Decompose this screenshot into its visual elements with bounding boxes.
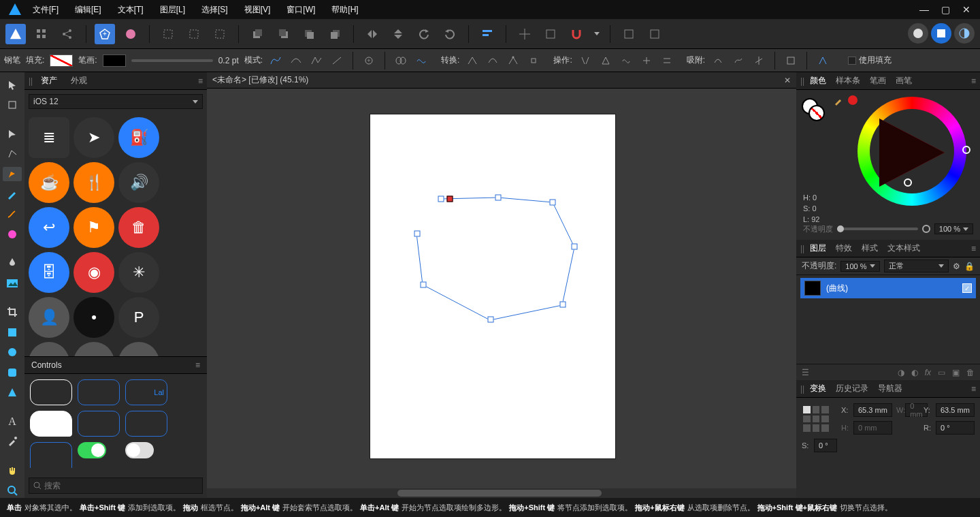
menu-layer[interactable]: 图层[L] [152,0,193,19]
layers-panel-menu-icon[interactable]: ≡ [971,244,976,253]
control-item[interactable] [30,411,72,437]
menu-select[interactable]: 选择[S] [193,0,236,19]
tool-rounded-rect[interactable] [3,365,22,379]
transform-s[interactable]: 0 ° [814,439,837,452]
asset-device-badge[interactable]: ▢ [118,342,159,356]
tool-zoom[interactable] [3,483,22,497]
convert-cusp-icon[interactable] [526,53,541,68]
layer-add-icon[interactable]: ▭ [938,368,945,377]
transform-x[interactable]: 65.3 mm [853,403,892,417]
tab-navigator[interactable]: 导航器 [874,381,906,396]
toolbar-arrange1-icon[interactable] [247,24,267,44]
control-item[interactable] [78,442,106,458]
asset-archive[interactable]: 🗄 [29,252,69,293]
tab-layers[interactable]: 图层 [806,241,830,255]
asset-spinner[interactable]: ✳ [118,252,159,293]
opacity-slider[interactable] [837,228,918,230]
menu-window[interactable]: 窗口[W] [278,0,323,19]
asset-trash[interactable]: 🗑 [118,207,159,248]
toolbar-magnet-dd[interactable] [592,24,602,44]
tool-color-picker[interactable] [3,434,22,448]
action-smooth-icon[interactable] [619,53,634,68]
toolbar-snap1-icon[interactable] [514,24,535,44]
asset-list[interactable]: ≣ [29,117,69,158]
mode-new-icon[interactable] [393,53,408,68]
toolbar-grid-icon[interactable] [31,24,52,44]
tool-move[interactable] [3,78,22,92]
menu-view[interactable]: 视图[V] [236,0,279,19]
opacity-value[interactable]: 100 % [934,223,973,234]
mode-poly-icon[interactable] [309,53,324,68]
tool-transparency[interactable] [3,256,22,270]
tab-brushes[interactable]: 画笔 [892,74,916,88]
horizontal-scrollbar[interactable] [207,488,796,498]
convert-smooth-icon[interactable] [485,53,500,68]
toolbar-magnet-icon[interactable] [566,24,587,44]
persona-designer[interactable] [908,23,928,44]
controls-menu-icon[interactable]: ≡ [195,360,200,370]
asset-fuel[interactable]: ⛽ [118,117,159,158]
asset-nav[interactable]: ➤ [74,117,114,158]
layer-delete-icon[interactable]: 🗑 [966,368,975,377]
toolbar-arrange3-icon[interactable] [299,24,319,44]
action-break-icon[interactable] [578,53,593,68]
mode-smart-icon[interactable] [289,53,304,68]
tool-fill[interactable] [3,227,22,241]
asset-dot[interactable]: • [74,297,114,338]
tab-appearance[interactable]: 外观 [65,74,93,88]
panel-menu-icon[interactable]: ≡ [198,76,203,86]
tool-ellipse[interactable] [3,345,22,360]
stroke-swatch[interactable] [103,54,126,67]
tool-crop[interactable] [3,305,22,319]
toolbar-arrange4-icon[interactable] [325,24,345,44]
layer-item[interactable]: (曲线) ✓ [800,278,976,298]
tab-stroke[interactable]: 笔画 [866,74,890,88]
layer-settings-icon[interactable]: ⚙ [953,262,960,271]
tool-artboard[interactable] [3,97,22,112]
tab-swatches[interactable]: 样本条 [832,74,864,88]
mode-add-icon[interactable]: + [361,53,376,68]
blend-mode-dropdown[interactable]: 正常 [884,260,949,272]
tab-styles[interactable]: 样式 [858,241,882,255]
control-item[interactable] [30,379,72,405]
toolbar-misc1-icon[interactable] [619,24,639,44]
snap-4-icon[interactable] [783,53,798,68]
persona-pixel[interactable] [931,23,951,44]
menu-help[interactable]: 帮助[H] [323,0,366,19]
tab-text-styles[interactable]: 文本样式 [883,241,924,255]
layer-adjust-icon[interactable]: ◐ [911,368,918,377]
asset-search[interactable]: 搜索 [29,477,203,494]
toolbar-share-icon[interactable] [57,24,78,44]
snap-1-icon[interactable] [710,53,725,68]
tab-fx[interactable]: 特效 [832,241,856,255]
tool-node[interactable] [3,127,22,141]
toolbar-subtract-icon[interactable] [120,24,141,44]
sampled-color-icon[interactable] [848,95,858,105]
toolbar-arrange2-icon[interactable] [273,24,293,44]
tool-rectangle[interactable] [3,325,22,339]
asset-avatar[interactable]: 👤 [29,297,69,338]
toolbar-misc2-icon[interactable] [644,24,665,44]
control-item[interactable] [30,442,72,468]
transform-panel-menu-icon[interactable]: ≡ [971,384,976,394]
use-fill-checkbox[interactable] [848,57,856,65]
layer-folder-icon[interactable]: ▣ [952,368,960,377]
menu-file[interactable]: 文件[F] [24,0,67,19]
canvas[interactable] [207,89,796,488]
transform-r[interactable]: 0 ° [936,421,975,435]
tool-place-image[interactable] [3,276,22,290]
snap-5-icon[interactable] [815,53,830,68]
tab-transform[interactable]: 变换 [806,381,830,396]
document-tab[interactable]: <未命名> [已修改] (45.1%) [212,74,308,86]
asset-category-dropdown[interactable]: iOS 12 [29,94,203,109]
control-item[interactable] [125,442,154,458]
layer-mask-icon[interactable]: ◑ [898,368,904,377]
control-item[interactable] [78,379,120,405]
mode-pen-icon[interactable] [268,53,283,68]
fill-swatch[interactable] [50,54,73,67]
toolbar-flipv-icon[interactable] [388,24,408,44]
action-join-icon[interactable] [639,53,654,68]
toolbar-select2-icon[interactable] [184,24,204,44]
action-close-icon[interactable] [598,53,613,68]
snap-2-icon[interactable] [731,53,746,68]
